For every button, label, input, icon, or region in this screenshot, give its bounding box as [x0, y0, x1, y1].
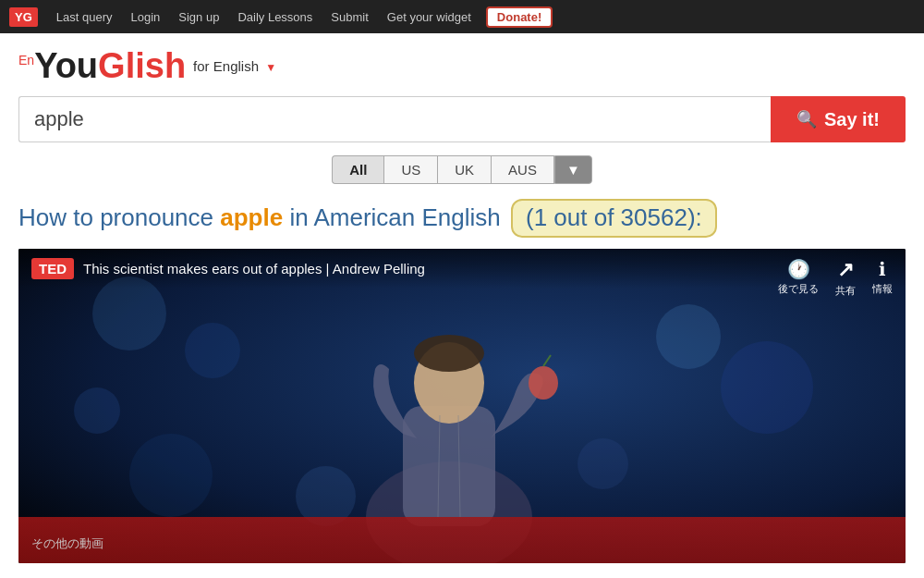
- ted-badge: TED: [31, 258, 74, 279]
- top-navigation: YG Last query Login Sign up Daily Lesson…: [0, 0, 924, 33]
- site-logo-badge: YG: [9, 7, 38, 27]
- info-label: 情報: [872, 282, 893, 296]
- result-headline: How to pronounce apple in American Engli…: [18, 199, 906, 238]
- video-controls-right: 🕐 後で見る ↗ 共有 ℹ 情報: [778, 258, 893, 298]
- more-videos-label: その他の動画: [31, 535, 103, 552]
- svg-point-3: [414, 335, 484, 372]
- watch-later-label: 後で見る: [778, 282, 819, 296]
- info-button[interactable]: ℹ 情報: [872, 258, 893, 296]
- headline-prefix: How to pronounce: [18, 203, 220, 231]
- logo-for-text: for English: [193, 58, 259, 74]
- search-button-label: Say it!: [824, 109, 880, 130]
- result-count-bubble: (1 out of 30562):: [511, 199, 717, 238]
- share-label: 共有: [835, 284, 856, 298]
- video-background: [18, 249, 906, 563]
- filter-us[interactable]: US: [383, 155, 437, 184]
- share-button[interactable]: ↗ 共有: [835, 258, 856, 298]
- filter-bar: All US UK AUS ▼: [18, 155, 906, 184]
- bokeh-dot: [578, 438, 628, 489]
- headline-suffix: in American English: [283, 203, 501, 231]
- bokeh-dot: [129, 434, 213, 517]
- headline-word: apple: [220, 203, 283, 231]
- logo-en-super: En: [18, 53, 34, 68]
- bokeh-dot: [74, 387, 120, 434]
- svg-point-4: [529, 366, 558, 400]
- nav-get-widget[interactable]: Get your widget: [380, 10, 479, 24]
- bokeh-dot: [721, 341, 813, 434]
- main-content: EnYou Glish for English ▼ 🔍 Say it! All …: [0, 33, 924, 563]
- nav-sign-up[interactable]: Sign up: [171, 10, 226, 24]
- video-topbar: TED This scientist makes ears out of app…: [18, 249, 906, 289]
- search-input[interactable]: [18, 96, 771, 142]
- language-dropdown-arrow[interactable]: ▼: [265, 61, 276, 74]
- nav-last-query[interactable]: Last query: [49, 10, 120, 24]
- nav-daily-lessons[interactable]: Daily Lessons: [230, 10, 320, 24]
- filter-all[interactable]: All: [332, 155, 383, 184]
- nav-submit[interactable]: Submit: [323, 10, 375, 24]
- filter-uk[interactable]: UK: [437, 155, 491, 184]
- nav-login[interactable]: Login: [124, 10, 168, 24]
- search-button[interactable]: 🔍 Say it!: [771, 96, 906, 142]
- logo-language-selector[interactable]: for English ▼: [193, 58, 276, 74]
- donate-button[interactable]: Donate!: [486, 6, 553, 28]
- watch-later-button[interactable]: 🕐 後で見る: [778, 258, 819, 296]
- share-icon: ↗: [837, 258, 854, 282]
- video-player[interactable]: TED This scientist makes ears out of app…: [18, 249, 906, 563]
- search-icon: 🔍: [796, 109, 817, 129]
- logo-glish: Glish: [98, 48, 186, 83]
- video-title: This scientist makes ears out of apples …: [83, 261, 425, 277]
- bokeh-dot: [656, 304, 721, 369]
- bokeh-dot: [185, 323, 240, 378]
- filter-aus[interactable]: AUS: [491, 155, 554, 184]
- filter-dropdown-button[interactable]: ▼: [554, 155, 592, 184]
- stage-platform: [18, 517, 906, 563]
- site-logo-area: EnYou Glish for English ▼: [18, 48, 906, 83]
- svg-rect-1: [403, 406, 495, 526]
- logo-you: EnYou: [18, 48, 98, 83]
- info-icon: ℹ: [879, 258, 886, 280]
- watch-later-icon: 🕐: [787, 258, 810, 280]
- search-bar: 🔍 Say it!: [18, 96, 906, 142]
